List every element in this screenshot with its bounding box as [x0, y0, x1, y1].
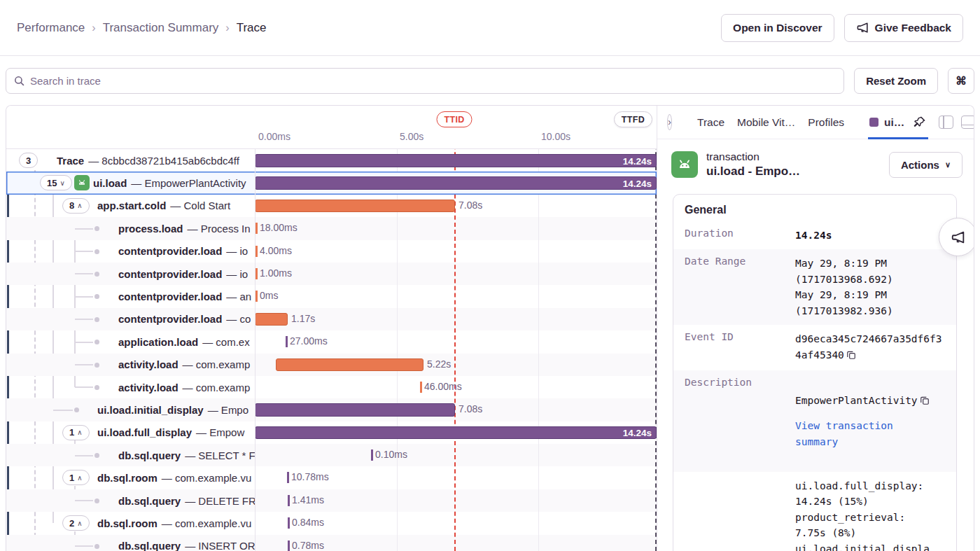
- span-chart-cell[interactable]: 10.78ms: [255, 466, 657, 489]
- layout-left-panel-icon[interactable]: [939, 116, 953, 129]
- span-desc: — INSERT OR: [185, 540, 255, 551]
- layout-bottom-panel-icon[interactable]: [961, 116, 974, 129]
- expand-collapse-pill[interactable]: 1∧: [62, 470, 90, 485]
- span-chart-cell[interactable]: 1.00ms: [255, 263, 657, 285]
- axis-tick-0: 0.00ms: [258, 131, 290, 142]
- copy-icon[interactable]: [846, 349, 856, 364]
- span-bar[interactable]: 14.24s: [255, 426, 657, 440]
- span-row[interactable]: activity.load — com.examp 5.22s: [6, 354, 657, 376]
- pin-icon[interactable]: [913, 116, 926, 129]
- tree-chart-divider[interactable]: [255, 106, 255, 551]
- span-chart-cell[interactable]: 14.24s: [255, 172, 657, 194]
- span-bar[interactable]: [255, 403, 455, 417]
- expand-collapse-pill[interactable]: 2∧: [62, 515, 90, 531]
- span-op: db.sql.room: [97, 472, 158, 484]
- expand-collapse-pill[interactable]: 8∧: [62, 198, 90, 214]
- tab-profiles[interactable]: Profiles: [808, 116, 844, 129]
- view-transaction-summary-link[interactable]: View transaction summary: [795, 418, 945, 449]
- span-chart-cell[interactable]: 0.10ms: [255, 444, 657, 466]
- span-op: application.load: [118, 336, 198, 348]
- span-row[interactable]: db.sql.query — INSERT OR 0.78ms: [6, 535, 657, 551]
- span-chart-cell[interactable]: 0.84ms: [255, 512, 657, 534]
- span-row[interactable]: 1∧ db.sql.room — com.example.vu 10.78ms: [6, 466, 657, 489]
- command-shortcut-button[interactable]: ⌘: [948, 68, 974, 94]
- trace-root-row[interactable]: 3 Trace — 8cbbcd38721b415ab6cbdc4ff 14.2…: [6, 149, 657, 172]
- span-bar[interactable]: [255, 200, 455, 213]
- span-row[interactable]: 1∧ ui.load.full_display — Empow 14.24s: [6, 421, 657, 444]
- span-tick: [371, 449, 373, 461]
- breadcrumb-performance[interactable]: Performance: [17, 21, 85, 35]
- tree-dot: [94, 272, 99, 277]
- child-count-pill[interactable]: 3: [19, 153, 38, 168]
- span-chart-cell[interactable]: 1.41ms: [255, 489, 657, 512]
- span-row[interactable]: application.load — com.ex 27.00ms: [6, 330, 657, 353]
- span-chart-cell[interactable]: 7.08s: [255, 195, 657, 217]
- span-row[interactable]: activity.load — com.examp 46.00ms: [6, 376, 657, 398]
- span-duration: 1.17s: [291, 313, 315, 324]
- search-input[interactable]: [6, 68, 844, 94]
- span-op: app.start.cold: [97, 200, 166, 211]
- span-desc: — io: [226, 268, 248, 280]
- actions-button[interactable]: Actions ∨: [889, 152, 962, 178]
- span-op: contentprovider.load: [118, 245, 222, 257]
- breadcrumb: Performance › Transaction Summary › Trac…: [17, 21, 266, 35]
- tab-trace[interactable]: Trace: [697, 116, 724, 129]
- duration-label: Duration: [685, 228, 795, 243]
- span-row[interactable]: 2∧ db.sql.room — com.example.vu 0.84ms: [6, 512, 657, 534]
- give-feedback-button[interactable]: Give Feedback: [844, 14, 963, 42]
- span-tree-cell: ui.load.initial_display — Empo: [6, 398, 255, 421]
- transaction-name: ui.load - Empo…: [706, 165, 800, 179]
- span-chart-cell[interactable]: 7.08s: [255, 398, 657, 421]
- expand-collapse-pill[interactable]: 1∧: [62, 425, 90, 440]
- span-desc: — com.examp: [183, 382, 251, 393]
- span-chart-cell[interactable]: 18.00ms: [255, 217, 657, 239]
- active-tab-underline: [868, 137, 928, 139]
- span-row[interactable]: contentprovider.load — io 1.00ms: [6, 263, 657, 285]
- span-tick: [287, 472, 289, 483]
- tree-dot: [74, 407, 79, 412]
- span-bar[interactable]: [276, 358, 424, 372]
- span-chart-cell[interactable]: 0.78ms: [255, 535, 657, 551]
- span-chart-cell[interactable]: 1.17s: [255, 308, 657, 330]
- actions-label: Actions: [901, 159, 939, 171]
- ttid-badge[interactable]: TTID: [437, 111, 472, 127]
- span-chart-cell[interactable]: 5.22s: [255, 354, 657, 376]
- span-bar[interactable]: [255, 313, 288, 326]
- open-in-discover-button[interactable]: Open in Discover: [721, 14, 834, 42]
- span-row[interactable]: contentprovider.load — an 0ms: [6, 285, 657, 307]
- span-chart-cell[interactable]: 0ms: [255, 285, 657, 307]
- ttfd-badge[interactable]: TTFD: [614, 111, 652, 127]
- tab-mobile-vitals[interactable]: Mobile Vit…: [737, 116, 795, 129]
- span-row[interactable]: 8∧ app.start.cold — Cold Start 7.08s: [6, 195, 657, 217]
- span-row[interactable]: db.sql.query — DELETE FR 1.41ms: [6, 489, 657, 512]
- tree-dot: [94, 317, 99, 322]
- span-row[interactable]: db.sql.query — SELECT * F 0.10ms: [6, 444, 657, 466]
- span-chart-cell[interactable]: 27.00ms: [255, 330, 657, 353]
- span-row[interactable]: contentprovider.load — co 1.17s: [6, 308, 657, 330]
- span-bar[interactable]: 14.24s: [255, 176, 657, 190]
- copy-icon[interactable]: [920, 394, 930, 410]
- selected-span-row[interactable]: 15∨ ui.load — EmpowerPlantActivity 14.24…: [6, 172, 657, 194]
- span-duration: 14.24s: [623, 179, 652, 189]
- span-row[interactable]: contentprovider.load — io 4.00ms: [6, 240, 657, 263]
- trace-details-panel: › Trace Mobile Vit… Profiles ui…: [657, 106, 974, 551]
- span-desc: — com.example.vu: [162, 472, 251, 484]
- span-bar[interactable]: 14.24s: [255, 154, 657, 167]
- feedback-floating-button[interactable]: [939, 218, 974, 256]
- reset-zoom-button[interactable]: Reset Zoom: [854, 68, 938, 94]
- description-value: EmpowerPlantActivity View transaction su…: [795, 377, 945, 465]
- span-tree-cell: 1∧ db.sql.room — com.example.vu: [6, 466, 255, 489]
- span-chart-cell[interactable]: 14.24s: [255, 149, 657, 172]
- breadcrumb-transaction-summary[interactable]: Transaction Summary: [103, 21, 219, 35]
- span-op: ui.load.initial_display: [97, 404, 204, 416]
- expand-collapse-pill[interactable]: 15∨: [40, 175, 72, 190]
- span-desc: — co: [226, 313, 251, 325]
- span-chart-cell[interactable]: 46.00ms: [255, 376, 657, 398]
- span-row[interactable]: process.load — Process In 18.00ms: [6, 217, 657, 239]
- span-chart-cell[interactable]: 14.24s: [255, 421, 657, 444]
- span-chart-cell[interactable]: 4.00ms: [255, 240, 657, 263]
- tab-ui-load-active[interactable]: ui…: [869, 106, 904, 139]
- span-row[interactable]: ui.load.initial_display — Empo 7.08s: [6, 398, 657, 421]
- transaction-type-label: transaction: [706, 151, 800, 163]
- collapse-panel-icon[interactable]: ›: [667, 114, 672, 130]
